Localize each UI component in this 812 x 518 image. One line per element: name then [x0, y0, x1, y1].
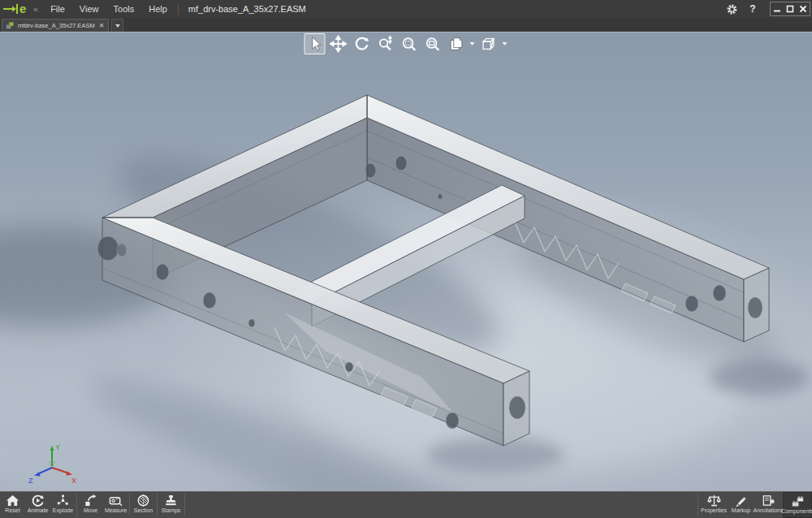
- triad-z-label: Z: [28, 477, 33, 485]
- animate-icon: [31, 494, 45, 507]
- svg-text:e: e: [19, 2, 26, 15]
- properties-button[interactable]: Properties: [699, 492, 728, 518]
- annotations-icon: [762, 494, 775, 507]
- minimize-button[interactable]: [771, 2, 784, 15]
- move-button[interactable]: Move: [78, 492, 103, 518]
- orientation-cube-icon: [480, 35, 498, 53]
- rotate-icon: [353, 35, 371, 53]
- tab-bar: mfdrv-base_A_35x27.EASM ✕: [0, 18, 812, 32]
- collapse-menu-chevron[interactable]: «: [32, 4, 43, 14]
- tab-label: mfdrv-base_A_35x27.EASM: [18, 22, 95, 29]
- window-controls: [770, 2, 810, 16]
- menu-file[interactable]: File: [43, 2, 72, 16]
- measure-icon: [109, 494, 123, 507]
- annotations-button[interactable]: Annotations: [754, 492, 783, 518]
- tool-zoom-window[interactable]: [399, 33, 420, 54]
- menu-view[interactable]: View: [72, 2, 106, 16]
- menu-tools[interactable]: Tools: [106, 2, 142, 16]
- stamps-button[interactable]: Stamps: [158, 492, 184, 518]
- tool-pages[interactable]: [446, 33, 467, 54]
- help-button[interactable]: ?: [742, 1, 763, 17]
- move-component-icon: [84, 494, 97, 507]
- markup-pencil-icon: [734, 494, 748, 507]
- triad-x-label: X: [71, 477, 76, 485]
- orientation-dropdown[interactable]: [502, 33, 508, 54]
- coordinate-triad: X Y Z: [28, 442, 80, 485]
- close-button[interactable]: [797, 2, 810, 15]
- home-icon: [6, 494, 19, 507]
- triad-y-label: Y: [55, 443, 60, 451]
- tool-view-orientation[interactable]: [478, 33, 499, 54]
- tool-zoom[interactable]: [375, 33, 396, 54]
- stamp-icon: [164, 494, 178, 507]
- titlebar-separator: [178, 3, 179, 15]
- tab-list-dropdown[interactable]: [111, 19, 123, 32]
- edrawings-window: e « File View Tools Help mf_drv-base_A_3…: [0, 0, 812, 518]
- viewport: X Y Z: [0, 32, 812, 491]
- select-arrow-icon: [306, 35, 324, 53]
- maximize-button[interactable]: [784, 2, 797, 15]
- bottom-toolbar: Reset Animate Explode: [0, 491, 812, 518]
- menu-help[interactable]: Help: [141, 2, 175, 16]
- pages-dropdown[interactable]: [469, 33, 476, 54]
- animate-button[interactable]: Animate: [25, 492, 50, 518]
- explode-button[interactable]: Explode: [50, 492, 76, 518]
- pan-icon: [330, 35, 348, 53]
- zoom-window-icon: [400, 35, 418, 53]
- reset-button[interactable]: Reset: [0, 492, 25, 518]
- tool-pan[interactable]: [328, 33, 349, 54]
- components-button[interactable]: Components: [783, 492, 812, 518]
- section-button[interactable]: Section: [131, 492, 156, 518]
- properties-scale-icon: [707, 494, 721, 507]
- tool-select[interactable]: [304, 33, 326, 54]
- document-tab[interactable]: mfdrv-base_A_35x27.EASM ✕: [2, 19, 109, 32]
- view-toolbar: [304, 33, 508, 54]
- assembly-doc-icon: [6, 21, 15, 30]
- tool-rotate[interactable]: [352, 33, 373, 54]
- document-title: mf_drv-base_A_35x27.EASM: [182, 4, 313, 14]
- 3d-model-canvas[interactable]: [0, 32, 812, 491]
- markup-button[interactable]: Markup: [728, 492, 754, 518]
- components-bricks-icon: [791, 494, 805, 508]
- section-icon: [136, 494, 150, 507]
- zoom-fit-icon: [424, 35, 442, 53]
- explode-icon: [56, 494, 70, 507]
- edrawings-logo-icon: e: [0, 2, 32, 15]
- zoom-icon: [377, 35, 395, 53]
- settings-gear-icon[interactable]: [721, 1, 742, 17]
- tool-zoom-fit[interactable]: [422, 33, 443, 54]
- title-bar: e « File View Tools Help mf_drv-base_A_3…: [0, 0, 812, 18]
- measure-button[interactable]: Measure: [103, 492, 128, 518]
- pages-icon: [447, 35, 465, 53]
- tab-close-icon[interactable]: ✕: [98, 22, 106, 29]
